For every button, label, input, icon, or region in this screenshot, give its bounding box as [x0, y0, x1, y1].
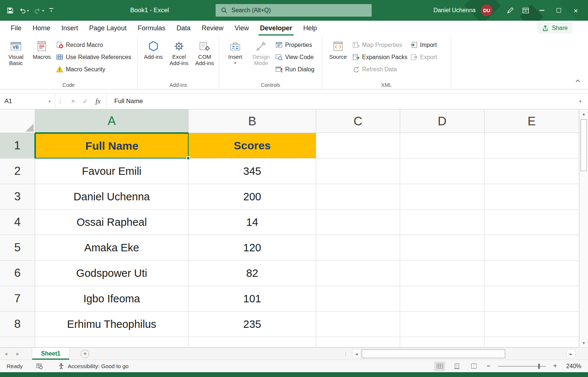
insert-control-button[interactable]: Insert ▾ [224, 38, 247, 81]
cell-E3[interactable] [484, 184, 579, 210]
tab-review[interactable]: Review [196, 21, 229, 35]
map-properties-button[interactable]: Map Properties [352, 41, 408, 49]
tab-home[interactable]: Home [27, 21, 56, 35]
sheet-nav-right-arrow[interactable]: ▸ [12, 348, 24, 360]
tab-page-layout[interactable]: Page Layout [84, 21, 132, 35]
cell-B9[interactable] [189, 337, 316, 347]
column-header-C[interactable]: C [316, 109, 400, 133]
record-macro-status-button[interactable] [36, 363, 43, 370]
cell-B4[interactable]: 14 [189, 210, 316, 235]
cell-C7[interactable] [316, 286, 400, 312]
cell-E6[interactable] [484, 261, 579, 286]
undo-dropdown-icon[interactable]: ▾ [27, 9, 29, 13]
cell-D6[interactable] [400, 261, 484, 286]
cell-B2[interactable]: 345 [189, 159, 316, 184]
cell-B7[interactable]: 101 [189, 286, 316, 312]
row-header-6[interactable]: 6 [0, 261, 35, 286]
horizontal-scrollbar[interactable]: ⋮ ◂ ▸ [343, 349, 575, 358]
sheet-tab-sheet1[interactable]: Sheet1 [32, 348, 70, 360]
scroll-left-arrow[interactable]: ◂ [352, 349, 361, 358]
user-name[interactable]: Daniel Uchenna [433, 7, 476, 14]
visual-basic-button[interactable]: VB Visual Basic [4, 38, 27, 81]
cell-C1[interactable] [316, 133, 400, 159]
cell-C4[interactable] [316, 210, 400, 235]
cancel-entry-button[interactable]: × [71, 97, 75, 105]
redo-dropdown-icon[interactable]: ▾ [42, 9, 44, 13]
customize-quick-access-toolbar-button[interactable]: ▾ [49, 8, 53, 13]
cell-D4[interactable] [400, 210, 484, 235]
scroll-down-arrow[interactable]: ▾ [582, 340, 585, 346]
ink-pen-button[interactable] [502, 7, 518, 14]
tab-help[interactable]: Help [298, 21, 322, 35]
save-button[interactable] [7, 7, 14, 14]
cell-E9[interactable] [484, 337, 579, 347]
cell-E1[interactable] [484, 133, 579, 159]
cell-D1[interactable] [400, 133, 484, 159]
cell-C8[interactable] [316, 312, 400, 337]
scroll-up-arrow[interactable]: ▴ [582, 111, 585, 116]
cell-A6[interactable]: Godspower Uti [35, 261, 189, 286]
avatar[interactable]: DU [481, 4, 493, 16]
cell-A7[interactable]: Igbo Ifeoma [35, 286, 189, 312]
cell-C9[interactable] [316, 337, 400, 347]
record-macro-button[interactable]: Record Macro [56, 41, 131, 49]
column-header-B[interactable]: B [189, 109, 316, 133]
row-header-9[interactable] [0, 337, 35, 347]
cell-A2[interactable]: Favour Emili [35, 159, 189, 184]
share-button[interactable]: Share [537, 23, 572, 34]
zoom-slider[interactable] [498, 363, 546, 369]
tab-developer[interactable]: Developer [254, 21, 298, 35]
cell-D3[interactable] [400, 184, 484, 210]
zoom-in-button[interactable]: + [552, 362, 558, 370]
name-box[interactable]: A1 ▾ [0, 94, 55, 109]
cell-D8[interactable] [400, 312, 484, 337]
export-button[interactable]: Export [410, 53, 437, 61]
vertical-scrollbar[interactable]: ▴ ▾ [579, 109, 588, 347]
insert-function-button[interactable]: fx [95, 97, 101, 105]
cell-E2[interactable] [484, 159, 579, 184]
row-header-5[interactable]: 5 [0, 235, 35, 261]
scrollbar-splitter-handle[interactable]: ⋮ [343, 349, 348, 358]
properties-button[interactable]: Properties [276, 41, 314, 49]
tab-formulas[interactable]: Formulas [132, 21, 171, 35]
column-header-E[interactable]: E [484, 109, 579, 133]
cell-D5[interactable] [400, 235, 484, 261]
cell-D7[interactable] [400, 286, 484, 312]
name-box-resize-handle[interactable]: ⋮ [55, 94, 65, 109]
use-relative-references-button[interactable]: Use Relative References [56, 53, 131, 61]
redo-button[interactable]: ▾ [34, 7, 44, 14]
excel-add-ins-button[interactable]: Excel Add-ins [168, 38, 190, 81]
search-input[interactable] [232, 7, 350, 14]
row-header-2[interactable]: 2 [0, 159, 35, 184]
search-box[interactable] [216, 4, 372, 17]
tab-view[interactable]: View [229, 21, 254, 35]
ribbon-display-options-button[interactable] [518, 7, 533, 14]
scroll-right-arrow[interactable]: ▸ [567, 349, 575, 358]
cell-E5[interactable] [484, 235, 579, 261]
cell-A3[interactable]: Daniel Uchenna [35, 184, 189, 210]
zoom-slider-thumb[interactable] [538, 364, 540, 369]
com-add-ins-button[interactable]: COM Add-ins [193, 38, 216, 81]
cell-D9[interactable] [400, 337, 484, 347]
design-mode-button[interactable]: Design Mode [250, 38, 273, 81]
vertical-scroll-thumb[interactable] [581, 119, 587, 171]
cell-A5[interactable]: Amaka Eke [35, 235, 189, 261]
formula-input[interactable]: Full Name [107, 94, 572, 109]
expand-formula-bar-button[interactable]: ▾ [572, 94, 588, 109]
fill-handle[interactable] [186, 156, 190, 160]
collapse-ribbon-button[interactable] [574, 78, 581, 86]
macros-button[interactable]: Macros [30, 38, 53, 81]
row-header-7[interactable]: 7 [0, 286, 35, 312]
select-all-corner[interactable] [0, 109, 35, 133]
close-button[interactable]: × [567, 0, 584, 21]
maximize-button[interactable] [550, 0, 567, 21]
page-break-preview-button[interactable] [468, 361, 479, 371]
page-layout-view-button[interactable] [451, 361, 462, 371]
zoom-level-button[interactable]: 240% [564, 363, 581, 370]
sheet-nav-left-arrow[interactable]: ◂ [0, 348, 12, 360]
horizontal-scroll-track[interactable] [506, 349, 566, 358]
row-header-4[interactable]: 4 [0, 210, 35, 235]
cell-B8[interactable]: 235 [189, 312, 316, 337]
name-box-dropdown-icon[interactable]: ▾ [48, 99, 51, 104]
accessibility-status-button[interactable]: Accessibility: Good to go [58, 363, 128, 370]
